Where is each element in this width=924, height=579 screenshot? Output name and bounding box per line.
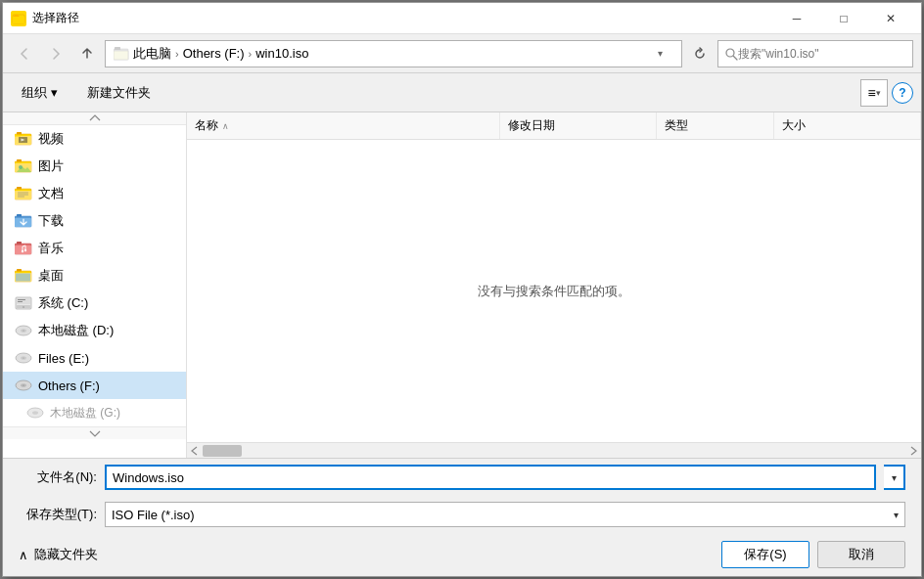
- hide-folder-label: 隐藏文件夹: [34, 546, 98, 563]
- sidebar-item-music[interactable]: 音乐: [3, 235, 186, 262]
- sidebar-item-drive-g[interactable]: 木地磁盘 (G:): [3, 399, 186, 426]
- sidebar-item-pictures[interactable]: 图片: [3, 153, 186, 180]
- filetype-row: 保存类型(T): ISO File (*.iso) ▾: [3, 496, 921, 533]
- close-button[interactable]: ✕: [868, 3, 913, 34]
- svg-rect-20: [17, 187, 22, 190]
- organize-button[interactable]: 组织 ▾: [11, 79, 69, 107]
- save-button[interactable]: 保存(S): [721, 541, 809, 568]
- svg-rect-35: [16, 274, 30, 282]
- view-button[interactable]: ≡ ▾: [860, 79, 888, 107]
- path-sep-1: ›: [175, 48, 179, 60]
- footer: ∧ 隐藏文件夹 保存(S) 取消: [3, 533, 921, 576]
- new-folder-button[interactable]: 新建文件夹: [76, 79, 162, 107]
- sidebar-scroll-down[interactable]: [3, 426, 186, 439]
- minimize-button[interactable]: ─: [774, 3, 819, 34]
- pictures-folder-icon: [15, 158, 32, 174]
- address-bar: 此电脑 › Others (F:) › win10.iso ▾: [3, 34, 921, 73]
- svg-line-6: [734, 56, 738, 60]
- column-header-name[interactable]: 名称 ∧: [187, 112, 500, 139]
- svg-rect-10: [17, 132, 22, 135]
- sidebar-item-drive-e[interactable]: Files (E:): [3, 344, 186, 372]
- filetype-select[interactable]: ISO File (*.iso) ▾: [105, 502, 905, 527]
- horizontal-scrollbar[interactable]: [187, 442, 921, 458]
- footer-buttons: 保存(S) 取消: [721, 541, 905, 568]
- filetype-label: 保存类型(T):: [19, 506, 97, 523]
- main-area: 视频 图片: [3, 112, 921, 458]
- svg-rect-41: [18, 301, 23, 302]
- hide-folder-arrow: ∧: [19, 548, 28, 562]
- toolbar-right: ≡ ▾ ?: [860, 79, 913, 107]
- dialog-icon: [11, 11, 26, 26]
- forward-button[interactable]: [42, 40, 69, 67]
- filename-label: 文件名(N):: [19, 468, 97, 486]
- svg-point-50: [23, 384, 24, 385]
- address-path[interactable]: 此电脑 › Others (F:) › win10.iso ▾: [105, 40, 682, 67]
- drive-f-icon: [15, 378, 32, 393]
- sidebar-item-drive-d[interactable]: 本地磁盘 (D:): [3, 317, 186, 344]
- svg-rect-23: [18, 197, 24, 198]
- svg-rect-3: [115, 47, 120, 50]
- back-button[interactable]: [11, 40, 38, 67]
- maximize-button[interactable]: □: [821, 3, 866, 34]
- file-list-header: 名称 ∧ 修改日期 类型 大小: [187, 112, 921, 140]
- sidebar-item-documents[interactable]: 文档: [3, 180, 186, 207]
- path-segment-drive[interactable]: Others (F:): [183, 46, 245, 61]
- filename-dropdown[interactable]: ▾: [884, 465, 905, 490]
- path-segment-file[interactable]: win10.iso: [255, 46, 308, 61]
- file-area: 名称 ∧ 修改日期 类型 大小 没有与搜索条件匹配的项。: [187, 112, 921, 458]
- cancel-button[interactable]: 取消: [817, 541, 905, 568]
- svg-rect-1: [13, 17, 24, 23]
- file-save-dialog: 选择路径 ─ □ ✕ 此电脑 › Others (F:) ›: [2, 2, 922, 577]
- filename-input[interactable]: [105, 465, 876, 490]
- window-controls: ─ □ ✕: [774, 3, 913, 34]
- desktop-folder-icon: [15, 268, 32, 284]
- path-segment-computer[interactable]: 此电脑: [133, 45, 171, 63]
- svg-rect-22: [18, 195, 28, 196]
- title-bar: 选择路径 ─ □ ✕: [3, 3, 921, 34]
- sidebar: 视频 图片: [3, 112, 187, 458]
- drive-g-icon: [26, 405, 44, 421]
- svg-rect-26: [17, 214, 22, 217]
- up-button[interactable]: [73, 40, 101, 67]
- music-folder-icon: [15, 241, 32, 256]
- downloads-folder-icon: [15, 213, 32, 229]
- h-scroll-thumb[interactable]: [203, 445, 242, 457]
- svg-rect-40: [18, 299, 25, 300]
- filetype-dropdown-arrow: ▾: [894, 510, 899, 520]
- svg-point-52: [32, 411, 38, 415]
- file-list-content: 没有与搜索条件匹配的项。: [187, 140, 921, 442]
- h-scroll-left[interactable]: [187, 443, 203, 459]
- h-scroll-track[interactable]: [203, 443, 905, 459]
- svg-point-44: [23, 330, 24, 331]
- video-folder-icon: [15, 131, 32, 147]
- h-scroll-right[interactable]: [905, 443, 921, 459]
- hide-folder-toggle[interactable]: ∧ 隐藏文件夹: [19, 546, 98, 563]
- svg-point-47: [23, 357, 24, 358]
- column-header-type[interactable]: 类型: [657, 112, 774, 139]
- bottom-section: 文件名(N): ▾ 保存类型(T): ISO File (*.iso) ▾ ∧ …: [3, 458, 921, 576]
- sidebar-item-drive-f[interactable]: Others (F:): [3, 372, 186, 399]
- sidebar-item-desktop[interactable]: 桌面: [3, 262, 186, 290]
- sidebar-scroll-up[interactable]: [3, 112, 186, 125]
- column-header-date[interactable]: 修改日期: [500, 112, 657, 139]
- toolbar: 组织 ▾ 新建文件夹 ≡ ▾ ?: [3, 73, 921, 112]
- sidebar-item-drive-c[interactable]: 系统 (C:): [3, 290, 186, 317]
- path-dropdown-arrow[interactable]: ▾: [658, 48, 673, 59]
- help-button[interactable]: ?: [892, 82, 913, 104]
- search-input[interactable]: [738, 47, 906, 61]
- search-box[interactable]: [717, 40, 913, 67]
- drive-c-icon: [15, 295, 32, 311]
- drive-e-icon: [15, 350, 32, 366]
- svg-rect-21: [18, 193, 28, 194]
- dialog-title: 选择路径: [32, 10, 774, 26]
- path-sep-2: ›: [249, 48, 253, 60]
- sidebar-item-video[interactable]: 视频: [3, 125, 186, 153]
- svg-point-31: [24, 249, 26, 251]
- drive-d-icon: [15, 323, 32, 338]
- svg-rect-34: [17, 269, 22, 272]
- sidebar-item-downloads[interactable]: 下载: [3, 207, 186, 235]
- documents-folder-icon: [15, 186, 32, 201]
- column-header-size[interactable]: 大小: [774, 112, 921, 139]
- svg-point-30: [22, 250, 23, 252]
- refresh-button[interactable]: [686, 40, 714, 67]
